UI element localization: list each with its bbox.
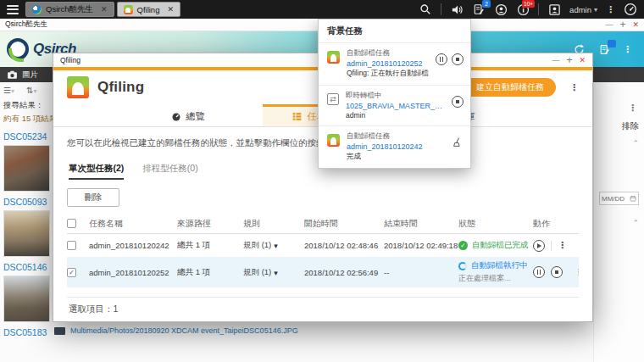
task-name-link[interactable]: admin_201810120242 <box>347 142 446 151</box>
panel-title: 背景任務 <box>319 19 470 42</box>
create-button-label: 建立自動歸檔任務 <box>476 81 544 93</box>
transcode-icon <box>327 93 339 105</box>
tab-overview[interactable]: 總覽 <box>159 104 217 126</box>
result-link[interactable]: DSC05146 <box>3 262 51 272</box>
start-time: 2018/10/12 02:48:46 <box>304 241 384 250</box>
date-input[interactable] <box>602 195 630 203</box>
exclude-label[interactable]: 排除 <box>599 120 639 132</box>
background-task-item: 自動歸檔任務 admin_201810120242 完成 <box>319 125 470 168</box>
qfiling-app-icon <box>124 5 133 14</box>
taskbar-tab-qsirch[interactable]: Qsirch酷先生 ✕ <box>25 2 114 17</box>
taskbar: Qsirch酷先生 ✕ Qfiling ✕ 2 <box>0 0 644 19</box>
row-more-button[interactable] <box>558 240 567 251</box>
list-view-icon[interactable]: ☰ <box>3 86 14 95</box>
task-status: admin <box>346 111 445 120</box>
result-link[interactable]: DSC05183 <box>3 327 51 337</box>
background-task-item: 即時轉檔中 1025_BRAVIA_MASTER_Series_Z... adm… <box>319 85 470 125</box>
rule-dropdown[interactable]: 規則 (1) <box>243 240 304 251</box>
qsirch-tasks-icon[interactable] <box>597 42 611 56</box>
maximize-button[interactable] <box>619 19 625 30</box>
end-time: 2018/10/12 02:49:18 <box>384 241 458 250</box>
col-task-name: 任務名稱 <box>89 218 177 230</box>
subtab-scheduled-tasks[interactable]: 排程型任務(0) <box>142 163 197 180</box>
volume-icon[interactable] <box>450 3 464 16</box>
camera-icon <box>7 70 18 81</box>
background-tasks-icon[interactable]: 2 <box>472 3 486 16</box>
more-options-icon[interactable] <box>606 4 615 15</box>
close-button[interactable] <box>632 21 639 29</box>
table-row-selected[interactable]: admin_201810120252 總共 1 項 規則 (1) 2018/10… <box>67 257 579 287</box>
maximize-button[interactable] <box>566 55 572 65</box>
task-type: 即時轉檔中 <box>346 91 445 101</box>
search-icon[interactable] <box>419 3 432 16</box>
close-button[interactable] <box>579 57 586 64</box>
result-thumbnail[interactable] <box>3 210 50 257</box>
result-link[interactable]: DSC05093 <box>3 197 51 207</box>
task-status: 完成 <box>347 152 446 162</box>
result-thumbnail[interactable] <box>3 145 50 192</box>
subtab-single-tasks[interactable]: 單次型任務(2) <box>69 163 124 180</box>
close-icon[interactable]: ✕ <box>101 5 108 14</box>
taskbar-tab-label: Qsirch酷先生 <box>46 4 93 15</box>
app-title: Qfiling <box>97 79 144 96</box>
filter-sidebar: 排除 <box>593 82 644 362</box>
collapse-icon[interactable] <box>599 139 639 148</box>
close-icon[interactable]: ✕ <box>167 5 174 14</box>
desktop: Qsirch酷先生 ✕ Qfiling ✕ 2 <box>0 0 644 362</box>
divider <box>551 241 552 251</box>
task-name: admin_201810120252 <box>89 268 177 277</box>
user-icon[interactable] <box>547 3 561 16</box>
calendar-icon[interactable] <box>630 194 636 203</box>
task-name-link[interactable]: admin_201810120252 <box>347 59 429 68</box>
task-status: Qfiling: 正在執行自動歸檔任務 <box>347 69 429 79</box>
qsirch-window-title: Qsirch酷先生 <box>5 19 47 30</box>
photos-filter-label[interactable]: 圖片 <box>22 70 38 81</box>
selected-file-row: Multimedia/Photos/20180920 XDCAM event_T… <box>54 326 298 335</box>
user-menu[interactable]: admin <box>569 5 597 14</box>
resource-monitor-icon[interactable] <box>494 3 508 16</box>
taskbar-tab-label: Qfiling <box>137 5 160 14</box>
clear-task-icon[interactable] <box>452 136 464 148</box>
table-row[interactable]: admin_201810120242 總共 1 項 規則 (1) 2018/10… <box>67 234 579 257</box>
file-icon <box>54 327 65 335</box>
collapse-icon[interactable] <box>599 219 639 227</box>
stop-button[interactable] <box>452 53 464 65</box>
file-path-link[interactable]: Multimedia/Photos/20180920 XDCAM event_T… <box>70 326 298 335</box>
rule-label: 規則 (1) <box>243 240 271 251</box>
delete-button[interactable]: 刪除 <box>67 188 119 207</box>
result-link[interactable]: DSC05234 <box>3 131 51 142</box>
result-thumbnail[interactable] <box>3 276 50 322</box>
col-start-time: 開始時間 <box>304 218 384 230</box>
row-more-button[interactable] <box>575 267 579 278</box>
dashboard-icon[interactable] <box>624 3 637 16</box>
col-status: 狀態 <box>458 218 533 230</box>
play-button[interactable] <box>533 240 545 252</box>
stop-button[interactable] <box>551 266 563 278</box>
select-all-checkbox[interactable] <box>67 219 76 228</box>
sort-icon[interactable]: ⇅ <box>26 86 36 95</box>
pause-button[interactable] <box>436 53 447 65</box>
running-spinner-icon <box>458 262 467 270</box>
background-tasks-panel: 背景任務 自動歸檔任務 admin_201810120252 Qfiling: … <box>318 19 471 169</box>
minimize-button[interactable] <box>605 21 613 29</box>
start-time: 2018/10/12 02:56:49 <box>304 268 384 277</box>
task-table: 任務名稱 來源路徑 規則 開始時間 結束時間 狀態 動作 admin_20181… <box>67 214 579 287</box>
task-count-badge: 2 <box>482 0 491 8</box>
notifications-icon[interactable]: 10+ <box>516 3 530 16</box>
taskbar-tab-qfiling[interactable]: Qfiling ✕ <box>117 2 180 17</box>
task-name-link[interactable]: 1025_BRAVIA_MASTER_Series_Z... <box>346 102 445 110</box>
results-count: 約有 15 項結果 <box>3 114 51 125</box>
row-checkbox[interactable] <box>67 268 76 277</box>
window-more-icon[interactable] <box>569 82 579 93</box>
minimize-button[interactable] <box>552 57 559 64</box>
main-menu-icon[interactable] <box>0 0 25 19</box>
user-name-label: admin <box>569 5 591 14</box>
qfiling-icon <box>327 51 340 64</box>
qsirch-more-icon[interactable] <box>623 44 632 55</box>
stop-button[interactable] <box>452 96 464 108</box>
pause-button[interactable] <box>533 266 545 278</box>
filter-more-icon[interactable] <box>599 103 637 114</box>
notification-count-badge: 10+ <box>522 0 535 8</box>
row-checkbox[interactable] <box>67 241 76 250</box>
rule-dropdown[interactable]: 規則 (1) <box>243 267 304 278</box>
